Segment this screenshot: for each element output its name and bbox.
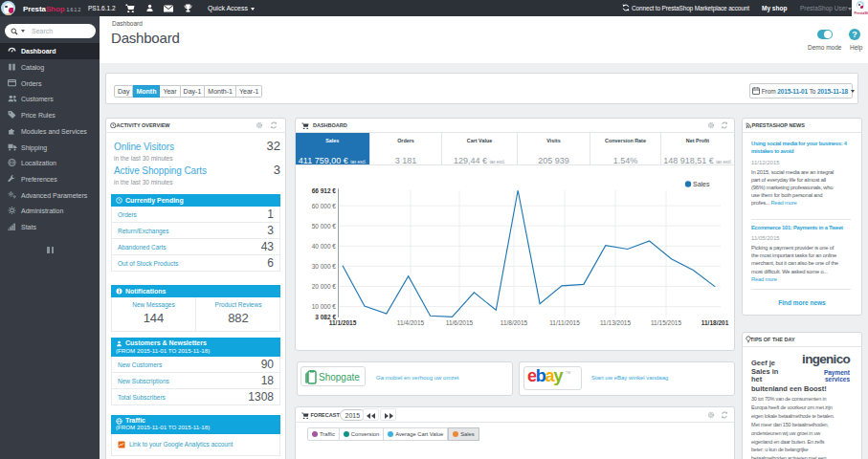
svg-text:60 000 €: 60 000 € — [312, 203, 337, 209]
svg-text:11/11/2015: 11/11/2015 — [549, 319, 580, 326]
svg-text:11/6/2015: 11/6/2015 — [446, 319, 474, 326]
svg-text:11/13/2015: 11/13/2015 — [600, 319, 631, 326]
svg-text:66 912 €: 66 912 € — [312, 187, 337, 194]
svg-text:30 000 €: 30 000 € — [312, 263, 337, 270]
svg-text:10 000 €: 10 000 € — [312, 303, 337, 310]
svg-text:Sales: Sales — [693, 181, 710, 187]
svg-text:11/1/2015: 11/1/2015 — [329, 319, 357, 326]
svg-text:11/4/2015: 11/4/2015 — [397, 319, 425, 326]
svg-text:11/8/2015: 11/8/2015 — [501, 319, 528, 326]
svg-text:20 000 €: 20 000 € — [312, 283, 337, 290]
svg-text:50 000 €: 50 000 € — [312, 223, 337, 230]
svg-text:11/18/201: 11/18/201 — [701, 319, 729, 326]
svg-text:11/15/2015: 11/15/2015 — [651, 319, 681, 326]
svg-text:40 000 €: 40 000 € — [312, 243, 337, 250]
